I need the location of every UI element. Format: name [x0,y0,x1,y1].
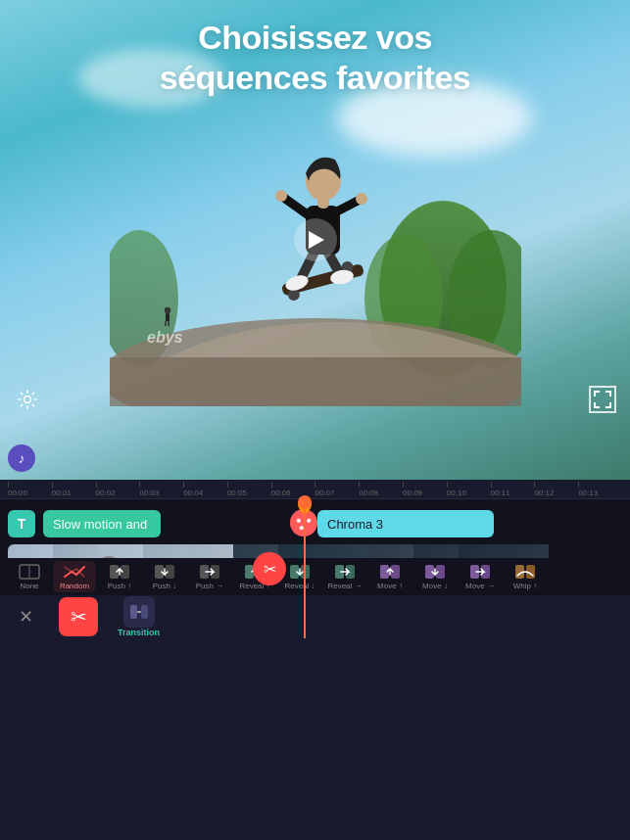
editor-area: T Slow motion and Chroma 3 [0,499,630,638]
settings-icon[interactable] [14,386,41,413]
text-clip-2[interactable]: Chroma 3 [317,510,494,537]
title-line2: séquences favorites [160,59,470,96]
svg-rect-8 [165,321,167,326]
svg-rect-7 [166,313,170,321]
playhead-head [298,495,312,509]
scissors-button[interactable]: ✂ [59,597,98,636]
svg-text:ebys: ebys [147,329,183,346]
ruler-tick-3: 00:03 [139,482,183,497]
svg-rect-49 [130,605,137,619]
ruler-tick-13: 00:13 [578,482,622,497]
title-line1: Choisissez vos [198,19,432,56]
play-button[interactable] [294,218,337,261]
transition-push-up[interactable]: Push ↑ [98,561,141,592]
ruler-tick-8: 00:08 [359,482,403,497]
svg-point-19 [275,190,287,202]
playhead[interactable] [304,499,306,638]
fullscreen-icon[interactable] [589,386,616,413]
transition-whip[interactable]: Whip ↑ [504,561,547,592]
ruler-tick-4: 00:04 [183,482,227,497]
text-clip-1[interactable]: Slow motion and [43,510,161,537]
music-icon[interactable]: ♪ [8,444,35,472]
timeline-ruler: 00:00 00:01 00:02 00:03 00:04 00:05 00:0… [0,480,630,499]
close-button[interactable]: ✕ [12,603,39,630]
svg-rect-5 [110,357,521,406]
video-preview: Choisissez vos séquences favorites [0,0,630,480]
ruler-tick-10: 00:10 [447,482,491,497]
ruler-tick-5: 00:05 [227,482,271,497]
ruler-tick-7: 00:07 [315,482,359,497]
transition-push-down[interactable]: Push ↓ [143,561,186,592]
svg-point-20 [356,193,367,205]
svg-rect-9 [168,321,170,326]
text-track-icon: T [8,510,35,537]
ruler-tick-9: 00:09 [403,482,447,497]
hero-title: Choisissez vos séquences favorites [0,18,630,98]
transition-move-up[interactable]: Move ↑ [368,561,412,592]
bottom-toolbar: None Random [0,558,630,638]
transition-move-down[interactable]: Move ↓ [413,561,457,592]
transition-reveal-right[interactable]: Reveal → [323,561,366,592]
ruler-tick-0: 00:00 [8,482,52,497]
transition-move-right[interactable]: Move → [459,561,502,592]
transition-push-right[interactable]: Push → [188,561,231,592]
svg-rect-50 [141,605,148,619]
ruler-tick-1: 00:01 [52,482,96,497]
svg-point-6 [164,307,170,313]
svg-point-25 [24,397,31,403]
transition-none[interactable]: None [8,561,51,592]
ruler-tick-6: 00:06 [271,482,315,497]
ruler-tick-12: 00:12 [534,482,578,497]
transition-random[interactable]: Random [53,561,96,592]
transition-tab[interactable]: Transition [118,596,160,637]
text-tracks-row: T Slow motion and Chroma 3 [0,505,630,542]
transition-tab-icon [123,596,155,628]
ruler-ticks: 00:00 00:01 00:02 00:03 00:04 00:05 00:0… [0,482,630,497]
ruler-tick-11: 00:11 [491,482,535,497]
ruler-tick-2: 00:02 [96,482,140,497]
scissors-icon-video[interactable]: ✂ [253,552,286,585]
transition-row: None Random [0,558,630,595]
action-bar: ✕ ✂ Transition [0,595,630,638]
